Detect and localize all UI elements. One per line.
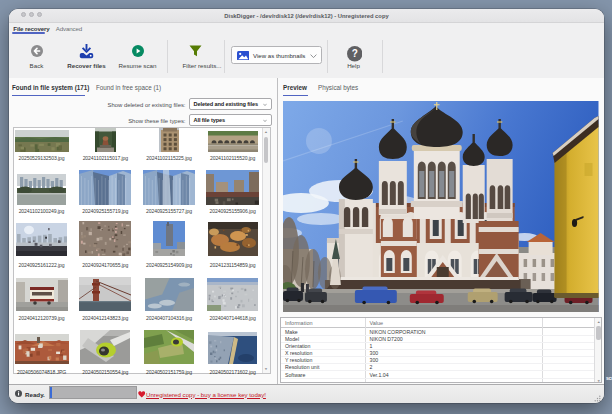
- svg-text:?: ?: [351, 48, 357, 59]
